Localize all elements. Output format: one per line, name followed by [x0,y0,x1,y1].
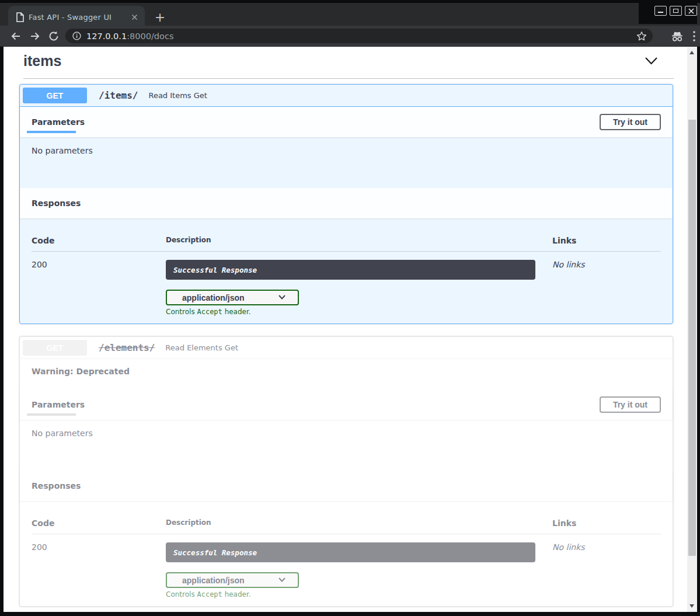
site-info-icon[interactable] [72,32,81,40]
response-row: 200 Successful Response application/json… [32,534,661,598]
tag-section-header: items [19,47,673,75]
parameters-header: Parameters Try it out [20,107,673,137]
deprecated-warning: Warning: Deprecated [20,359,673,389]
method-badge: GET [23,340,87,356]
operation-description: Read Elements Get [165,343,238,352]
responses-table-header: Code Description Links [32,236,661,252]
url-path: :8000/docs [127,32,173,41]
tab-close-icon[interactable] [131,14,138,20]
accept-header-note: Controls Accept header. [166,308,552,316]
accept-header-note: Controls Accept header. [166,590,552,598]
opblock-get-items: GET /items/ Read Items Get Parameters Tr… [19,84,673,324]
back-icon[interactable] [10,30,22,42]
media-type-select[interactable]: application/json [166,290,299,305]
url-text: 127.0.0.1:8000/docs [86,32,636,41]
browser-toolbar: 127.0.0.1:8000/docs [0,26,700,47]
scroll-up-icon[interactable] [689,51,694,54]
response-links: No links [552,542,661,598]
parameters-header: Parameters Try it out [20,389,673,420]
maximize-button[interactable] [670,6,682,16]
address-bar[interactable]: 127.0.0.1:8000/docs [65,29,653,43]
scrollbar-thumb[interactable] [688,120,696,556]
responses-header: Responses [20,471,673,501]
response-links: No links [552,260,661,316]
close-button[interactable] [685,6,697,16]
active-tab-underline [27,413,76,416]
section-divider [23,78,674,79]
responses-body: Code Description Links 200 Successful Re… [20,218,673,323]
operation-description: Read Items Get [148,91,207,100]
operation-path: /items/ [99,90,138,101]
response-description: Successful Response [166,260,535,280]
response-row: 200 Successful Response application/json… [32,252,661,316]
response-code: 200 [32,260,166,316]
url-host: 127.0.0.1 [86,32,127,41]
browser-titlebar: Fast API - Swagger UI + [0,0,700,26]
minimize-button[interactable] [654,6,667,16]
tab-title: Fast API - Swagger UI [29,13,131,22]
try-it-out-button[interactable]: Try it out [600,114,661,130]
responses-body: Code Description Links 200 Successful Re… [20,501,673,606]
window-controls [639,3,697,24]
active-tab-underline [27,131,76,133]
tab-parameters[interactable]: Parameters [32,107,85,137]
collapse-chevron-icon[interactable] [644,56,659,67]
parameters-body: No parameters [20,420,673,471]
new-tab-button[interactable]: + [152,9,168,25]
menu-dots-icon[interactable] [693,31,695,41]
no-parameters-text: No parameters [32,429,93,438]
reload-icon[interactable] [48,30,60,42]
method-badge: GET [23,88,87,103]
responses-header: Responses [20,188,673,218]
operation-summary[interactable]: GET /elements/ Read Elements Get [20,337,673,359]
bookmark-star-icon[interactable] [636,31,647,41]
response-code: 200 [32,542,166,598]
tag-title: items [23,53,61,69]
operation-path: /elements/ [99,342,155,353]
response-description: Successful Response [166,542,535,562]
page-icon [16,12,25,22]
try-it-out-button[interactable]: Try it out [600,396,661,413]
swagger-page: items GET /items/ Read Items Get Paramet… [4,47,688,612]
responses-table-header: Code Description Links [32,518,661,534]
forward-icon[interactable] [29,30,41,42]
media-type-select[interactable]: application/json [166,572,299,588]
incognito-icon [671,31,684,42]
page-scrollbar[interactable] [687,47,697,612]
parameters-body: No parameters [20,137,673,188]
no-parameters-text: No parameters [32,146,93,155]
opblock-get-elements-deprecated: GET /elements/ Read Elements Get Warning… [19,336,673,607]
operation-summary[interactable]: GET /items/ Read Items Get [20,85,673,107]
scroll-down-icon[interactable] [689,604,694,608]
tab-parameters[interactable]: Parameters [32,389,85,420]
